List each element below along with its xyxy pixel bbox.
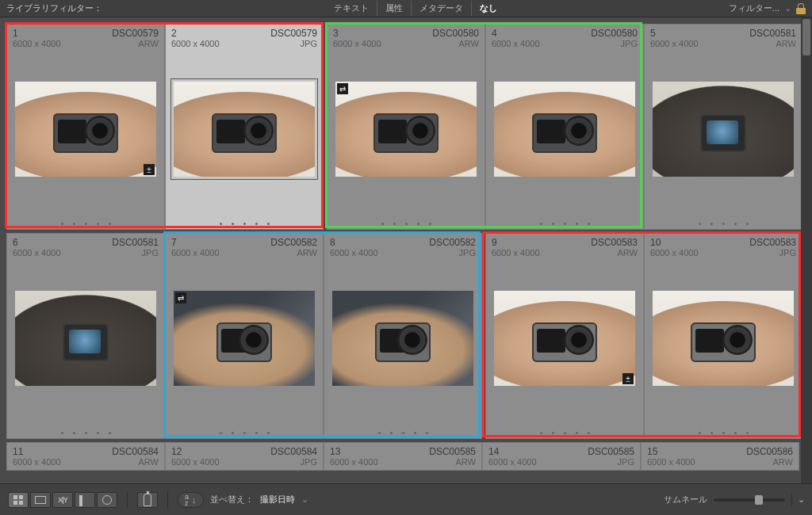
thumbnail[interactable]	[15, 291, 156, 386]
rating-dots[interactable]	[486, 223, 643, 225]
thumbnail[interactable]	[174, 82, 315, 177]
rating-dots[interactable]	[166, 223, 323, 225]
cell-filename: DSC00582	[429, 237, 476, 248]
thumbnail[interactable]	[653, 82, 794, 177]
cell-extension: JPG	[142, 248, 159, 258]
view-grid-button[interactable]	[8, 492, 29, 508]
rating-dots[interactable]	[645, 432, 802, 434]
survey-icon	[79, 496, 90, 504]
grid-cell[interactable]: 6DSC005816000 x 4000JPG	[6, 233, 165, 439]
cell-index: 3	[333, 28, 339, 39]
cell-dimensions: 6000 x 4000	[13, 39, 61, 48]
cell-index: 5	[650, 28, 656, 39]
thumbnail[interactable]	[332, 291, 473, 386]
rating-dots[interactable]	[645, 223, 802, 225]
divider	[127, 491, 128, 509]
painter-tool-button[interactable]	[137, 492, 158, 508]
filter-tab-text[interactable]: テキスト	[326, 1, 377, 16]
divider	[167, 491, 168, 509]
thumbnail[interactable]	[653, 291, 794, 386]
filter-preset-menu[interactable]: フィルター...	[729, 2, 779, 14]
rating-dots[interactable]	[324, 432, 481, 434]
grid-cell[interactable]: 11DSC005846000 x 4000ARW	[6, 442, 165, 471]
cell-dimensions: 6000 x 4000	[650, 39, 699, 48]
view-mode-group: X|Y	[8, 492, 117, 508]
cell-dimensions: 6000 x 4000	[333, 39, 381, 48]
cell-extension: JPG	[618, 457, 634, 467]
cell-index: 10	[650, 237, 661, 248]
grid-cell[interactable]: 5DSC005816000 x 4000ARW	[644, 24, 802, 230]
develop-badge-icon: ±	[144, 164, 155, 175]
rating-dots[interactable]	[327, 223, 485, 225]
vertical-scrollbar[interactable]	[801, 17, 812, 483]
toolbar-expand-chevron-icon[interactable]: ⌄	[791, 494, 804, 506]
filter-tab-attribute[interactable]: 属性	[377, 1, 411, 16]
filter-tab-metadata[interactable]: メタデータ	[411, 1, 471, 16]
cell-dimensions: 6000 x 4000	[171, 457, 220, 467]
thumbnail[interactable]: ±	[15, 82, 156, 177]
grid-cell[interactable]: 13DSC005856000 x 4000ARW	[324, 442, 482, 471]
cell-filename: DSC00583	[591, 237, 638, 248]
thumbnail-size-label: サムネール	[664, 494, 707, 505]
cell-extension: JPG	[779, 248, 796, 258]
cell-index: 8	[330, 237, 335, 248]
metadata-badge-icon: ⇄	[337, 83, 348, 94]
cell-index: 1	[13, 28, 18, 39]
cell-filename: DSC00586	[746, 446, 793, 457]
sort-label: 並べ替え：	[210, 494, 254, 505]
grid-cell[interactable]: 9DSC005836000 x 4000ARW±	[485, 233, 644, 439]
grid-icon	[13, 495, 23, 505]
compare-xy-icon: X|Y	[58, 496, 67, 504]
scrollbar-thumb[interactable]	[802, 19, 810, 55]
cell-filename: DSC00583	[749, 237, 796, 248]
cell-filename: DSC00581	[749, 28, 796, 39]
filter-preset-chevron-icon[interactable]: ⌄	[784, 3, 791, 13]
cell-index: 12	[171, 446, 182, 457]
rating-dots[interactable]	[7, 223, 164, 225]
cell-index: 6	[13, 237, 18, 248]
develop-badge-icon: ±	[622, 373, 634, 384]
cell-extension: JPG	[301, 457, 317, 467]
grid-cell[interactable]: 3DSC005806000 x 4000ARW⇄	[327, 24, 485, 230]
cell-filename: DSC00579	[270, 28, 317, 39]
filter-tab-none[interactable]: なし	[471, 1, 505, 16]
thumbnail[interactable]: ⇄	[335, 82, 477, 177]
cell-dimensions: 6000 x 4000	[13, 457, 61, 467]
view-loupe-button[interactable]	[30, 492, 51, 508]
view-compare-button[interactable]: X|Y	[52, 492, 73, 508]
grid-cell[interactable]: 12DSC005846000 x 4000JPG	[165, 442, 324, 471]
rating-dots[interactable]	[166, 432, 323, 434]
grid-cell[interactable]: 10DSC005836000 x 4000JPG	[644, 233, 802, 439]
loupe-icon	[35, 496, 46, 504]
thumbnail[interactable]: ⇄	[174, 291, 315, 386]
thumbnail[interactable]: ±	[494, 291, 635, 386]
grid-cell[interactable]: 2DSC005796000 x 4000JPG	[165, 24, 324, 230]
rating-dots[interactable]	[7, 432, 164, 434]
slider-knob[interactable]	[755, 495, 763, 505]
grid-cell[interactable]: 15DSC005866000 x 4000ARW	[641, 442, 799, 471]
metadata-badge-icon: ⇄	[175, 292, 186, 303]
cell-extension: ARW	[139, 457, 159, 467]
spraycan-icon	[144, 494, 151, 506]
sort-arrow-icon: ↓	[192, 495, 197, 505]
thumbnail[interactable]	[494, 82, 635, 177]
cell-dimensions: 6000 x 4000	[330, 457, 378, 467]
cell-index: 2	[171, 28, 177, 39]
grid-cell[interactable]: 1DSC005796000 x 4000ARW±	[6, 24, 165, 230]
cell-filename: DSC00584	[270, 446, 317, 457]
lock-icon[interactable]	[796, 3, 806, 14]
sort-field-chevron-icon[interactable]: ⌄	[301, 494, 308, 505]
sort-direction-toggle[interactable]: az ↓	[178, 492, 204, 508]
grid-cell[interactable]: 8DSC005826000 x 4000JPG	[324, 233, 482, 439]
grid-cell[interactable]: 7DSC005826000 x 4000ARW⇄	[165, 233, 324, 439]
rating-dots[interactable]	[486, 432, 643, 434]
cell-filename: DSC00580	[432, 28, 479, 39]
view-people-button[interactable]	[97, 492, 117, 508]
cell-dimensions: 6000 x 4000	[492, 39, 540, 48]
cell-dimensions: 6000 x 4000	[650, 248, 699, 258]
thumbnail-size-slider[interactable]	[714, 498, 785, 502]
view-survey-button[interactable]	[75, 492, 95, 508]
sort-field-dropdown[interactable]: 撮影日時	[260, 494, 295, 505]
grid-cell[interactable]: 14DSC005856000 x 4000JPG	[482, 442, 641, 471]
grid-cell[interactable]: 4DSC005806000 x 4000JPG	[485, 24, 644, 230]
